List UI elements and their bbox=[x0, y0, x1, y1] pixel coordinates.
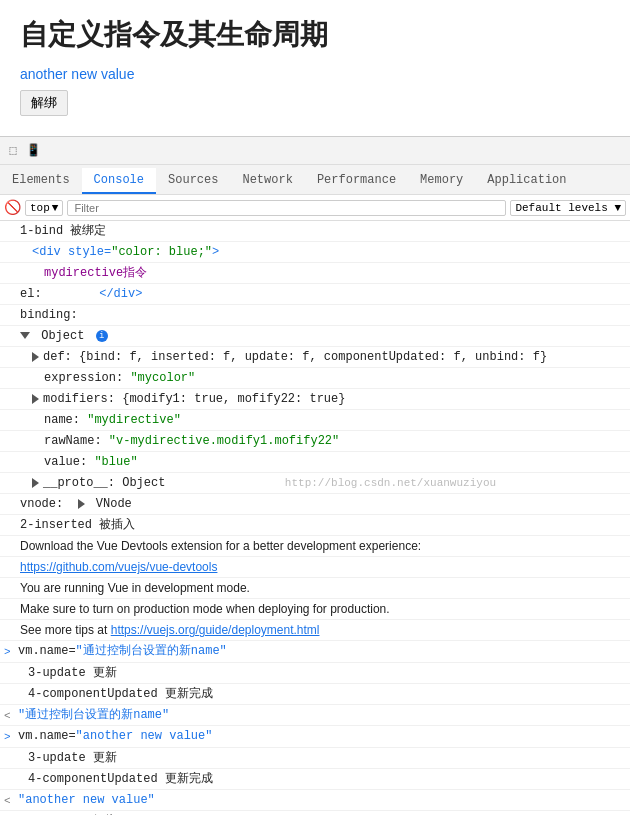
console-line: 2-inserted 被插入 bbox=[0, 515, 630, 536]
console-line: modifiers: {modify1: true, mofify22: tru… bbox=[0, 389, 630, 410]
tab-elements[interactable]: Elements bbox=[0, 168, 82, 194]
levels-select[interactable]: Default levels ▼ bbox=[510, 200, 626, 216]
console-line: <div style="color: blue;"> bbox=[0, 242, 630, 263]
tab-sources[interactable]: Sources bbox=[156, 168, 230, 194]
inspect-icon[interactable]: ⬚ bbox=[4, 142, 22, 160]
console-line: 3-update 更新 bbox=[0, 748, 630, 769]
tab-application[interactable]: Application bbox=[475, 168, 578, 194]
console-line: Download the Vue Devtools extension for … bbox=[0, 536, 630, 557]
console-line: el: </div> bbox=[0, 284, 630, 305]
expand-icon[interactable] bbox=[32, 394, 39, 404]
tab-performance[interactable]: Performance bbox=[305, 168, 408, 194]
page-content: 自定义指令及其生命周期 another new value 解绑 bbox=[0, 0, 630, 136]
unbind-button[interactable]: 解绑 bbox=[20, 90, 68, 116]
devtools-toolbar: ⬚ 📱 bbox=[0, 137, 630, 165]
console-line: def: {bind: f, inserted: f, update: f, c… bbox=[0, 347, 630, 368]
console-output: 1-bind 被绑定 <div style="color: blue;"> my… bbox=[0, 221, 630, 815]
context-arrow: ▼ bbox=[52, 202, 59, 214]
console-line: expression: "mycolor" bbox=[0, 368, 630, 389]
console-line: vnode: VNode bbox=[0, 494, 630, 515]
console-line: mydirective指令 bbox=[0, 263, 630, 284]
page-link: another new value bbox=[20, 66, 610, 82]
tab-memory[interactable]: Memory bbox=[408, 168, 475, 194]
devtools-panel: ⬚ 📱 Elements Console Sources Network Per… bbox=[0, 136, 630, 815]
context-label: top bbox=[30, 202, 50, 214]
console-line: https://github.com/vuejs/vue-devtools bbox=[0, 557, 630, 578]
no-errors-icon[interactable]: 🚫 bbox=[4, 199, 21, 216]
console-line: 4-componentUpdated 更新完成 bbox=[0, 684, 630, 705]
devtools-tabs: Elements Console Sources Network Perform… bbox=[0, 165, 630, 195]
filter-bar: 🚫 top ▼ Default levels ▼ bbox=[0, 195, 630, 221]
tab-network[interactable]: Network bbox=[230, 168, 304, 194]
device-icon[interactable]: 📱 bbox=[24, 142, 42, 160]
console-line: < "another new value" bbox=[0, 790, 630, 812]
console-line: value: "blue" bbox=[0, 452, 630, 473]
console-line: __proto__: Object http://blog.csdn.net/x… bbox=[0, 473, 630, 494]
console-line: 5-unbind 解绑 bbox=[0, 811, 630, 815]
page-title: 自定义指令及其生命周期 bbox=[20, 16, 610, 54]
console-line: > vm.name="another new value" bbox=[0, 726, 630, 748]
expand-icon[interactable] bbox=[20, 332, 30, 339]
console-line: < "通过控制台设置的新name" bbox=[0, 705, 630, 727]
info-icon: i bbox=[96, 330, 108, 342]
console-line: Object i bbox=[0, 326, 630, 347]
filter-input[interactable] bbox=[67, 200, 506, 216]
console-line: name: "mydirective" bbox=[0, 410, 630, 431]
expand-icon[interactable] bbox=[32, 352, 39, 362]
expand-icon[interactable] bbox=[78, 499, 85, 509]
console-line: 3-update 更新 bbox=[0, 663, 630, 684]
console-line: 1-bind 被绑定 bbox=[0, 221, 630, 242]
console-line: 4-componentUpdated 更新完成 bbox=[0, 769, 630, 790]
console-line: binding: bbox=[0, 305, 630, 326]
console-line: rawName: "v-mydirective.modify1.mofify22… bbox=[0, 431, 630, 452]
console-line: You are running Vue in development mode. bbox=[0, 578, 630, 599]
expand-icon[interactable] bbox=[32, 478, 39, 488]
tab-console[interactable]: Console bbox=[82, 168, 156, 194]
context-select[interactable]: top ▼ bbox=[25, 200, 63, 216]
console-line: > vm.name="通过控制台设置的新name" bbox=[0, 641, 630, 663]
console-line: See more tips at https://vuejs.org/guide… bbox=[0, 620, 630, 641]
console-line: Make sure to turn on production mode whe… bbox=[0, 599, 630, 620]
